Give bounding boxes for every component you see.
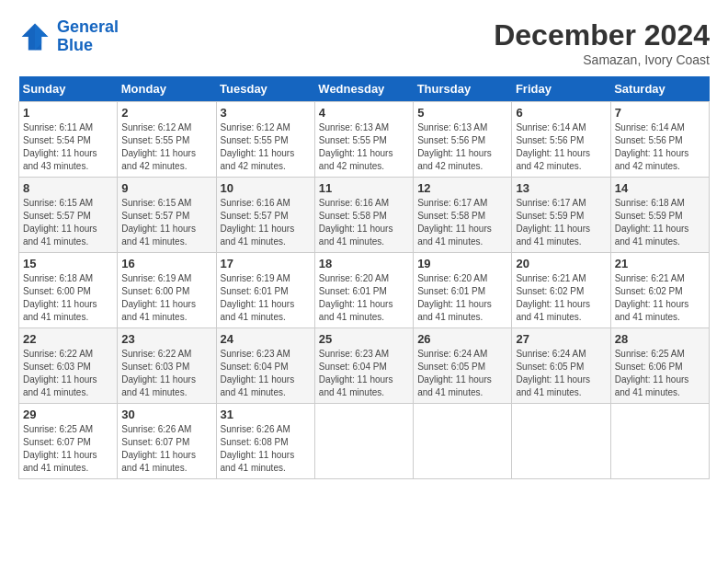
calendar-row: 8Sunrise: 6:15 AMSunset: 5:57 PMDaylight… <box>19 178 710 253</box>
calendar-cell: 1Sunrise: 6:11 AMSunset: 5:54 PMDaylight… <box>19 102 118 178</box>
calendar-cell: 13Sunrise: 6:17 AMSunset: 5:59 PMDayligh… <box>512 178 610 253</box>
day-info: Sunrise: 6:22 AMSunset: 6:03 PMDaylight:… <box>23 348 113 399</box>
logo-text: General Blue <box>57 18 119 55</box>
day-info: Sunrise: 6:26 AMSunset: 6:07 PMDaylight:… <box>121 423 211 475</box>
day-number: 20 <box>516 257 606 270</box>
day-info: Sunrise: 6:20 AMSunset: 6:01 PMDaylight:… <box>417 272 507 324</box>
day-number: 8 <box>23 181 113 195</box>
calendar-cell: 5Sunrise: 6:13 AMSunset: 5:56 PMDaylight… <box>414 102 512 178</box>
weekday-header: Saturday <box>610 76 709 102</box>
weekday-header-row: SundayMondayTuesdayWednesdayThursdayFrid… <box>19 76 710 102</box>
day-number: 12 <box>417 181 507 195</box>
location: Samazan, Ivory Coast <box>494 52 710 67</box>
day-info: Sunrise: 6:15 AMSunset: 5:57 PMDaylight:… <box>121 197 211 248</box>
day-info: Sunrise: 6:18 AMSunset: 5:59 PMDaylight:… <box>615 197 705 248</box>
day-info: Sunrise: 6:15 AMSunset: 5:57 PMDaylight:… <box>23 197 113 248</box>
day-info: Sunrise: 6:26 AMSunset: 6:08 PMDaylight:… <box>221 423 311 475</box>
calendar-cell: 3Sunrise: 6:12 AMSunset: 5:55 PMDaylight… <box>216 102 314 178</box>
calendar-cell: 23Sunrise: 6:22 AMSunset: 6:03 PMDayligh… <box>118 328 216 404</box>
day-info: Sunrise: 6:19 AMSunset: 6:01 PMDaylight:… <box>221 272 311 324</box>
day-info: Sunrise: 6:24 AMSunset: 6:05 PMDaylight:… <box>417 348 507 399</box>
calendar-cell <box>610 404 709 479</box>
day-info: Sunrise: 6:18 AMSunset: 6:00 PMDaylight:… <box>23 272 113 324</box>
day-number: 24 <box>221 332 311 346</box>
day-info: Sunrise: 6:19 AMSunset: 6:00 PMDaylight:… <box>121 272 211 324</box>
calendar-cell: 7Sunrise: 6:14 AMSunset: 5:56 PMDaylight… <box>610 102 709 178</box>
weekday-header: Sunday <box>19 76 118 102</box>
day-number: 21 <box>615 257 705 270</box>
calendar-cell: 21Sunrise: 6:21 AMSunset: 6:02 PMDayligh… <box>610 253 709 328</box>
day-number: 15 <box>23 257 113 270</box>
calendar-cell: 11Sunrise: 6:16 AMSunset: 5:58 PMDayligh… <box>314 178 413 253</box>
weekday-header: Tuesday <box>216 76 314 102</box>
calendar-cell: 19Sunrise: 6:20 AMSunset: 6:01 PMDayligh… <box>414 253 512 328</box>
day-number: 23 <box>121 332 211 346</box>
weekday-header: Wednesday <box>314 76 413 102</box>
calendar-row: 29Sunrise: 6:25 AMSunset: 6:07 PMDayligh… <box>19 404 710 479</box>
day-number: 30 <box>121 408 211 421</box>
day-number: 6 <box>516 106 606 120</box>
calendar-cell: 17Sunrise: 6:19 AMSunset: 6:01 PMDayligh… <box>216 253 314 328</box>
day-info: Sunrise: 6:16 AMSunset: 5:57 PMDaylight:… <box>221 197 311 248</box>
day-info: Sunrise: 6:23 AMSunset: 6:04 PMDaylight:… <box>319 348 409 399</box>
calendar-cell: 29Sunrise: 6:25 AMSunset: 6:07 PMDayligh… <box>19 404 118 479</box>
day-number: 25 <box>319 332 409 346</box>
day-info: Sunrise: 6:22 AMSunset: 6:03 PMDaylight:… <box>121 348 211 399</box>
calendar-cell: 20Sunrise: 6:21 AMSunset: 6:02 PMDayligh… <box>512 253 610 328</box>
day-info: Sunrise: 6:21 AMSunset: 6:02 PMDaylight:… <box>615 272 705 324</box>
day-number: 2 <box>121 106 211 120</box>
calendar-cell: 30Sunrise: 6:26 AMSunset: 6:07 PMDayligh… <box>118 404 216 479</box>
day-info: Sunrise: 6:16 AMSunset: 5:58 PMDaylight:… <box>319 197 409 248</box>
day-number: 29 <box>23 408 113 421</box>
day-info: Sunrise: 6:14 AMSunset: 5:56 PMDaylight:… <box>516 121 606 173</box>
day-number: 3 <box>221 106 311 120</box>
calendar-cell <box>512 404 610 479</box>
calendar-table: SundayMondayTuesdayWednesdayThursdayFrid… <box>18 76 710 479</box>
day-number: 27 <box>516 332 606 346</box>
day-info: Sunrise: 6:11 AMSunset: 5:54 PMDaylight:… <box>23 121 113 173</box>
calendar-cell: 22Sunrise: 6:22 AMSunset: 6:03 PMDayligh… <box>19 328 118 404</box>
calendar-cell: 31Sunrise: 6:26 AMSunset: 6:08 PMDayligh… <box>216 404 314 479</box>
day-info: Sunrise: 6:17 AMSunset: 5:59 PMDaylight:… <box>516 197 606 248</box>
day-number: 18 <box>319 257 409 270</box>
day-number: 26 <box>417 332 507 346</box>
calendar-row: 15Sunrise: 6:18 AMSunset: 6:00 PMDayligh… <box>19 253 710 328</box>
calendar-cell: 16Sunrise: 6:19 AMSunset: 6:00 PMDayligh… <box>118 253 216 328</box>
title-section: December 2024 Samazan, Ivory Coast <box>494 18 710 67</box>
calendar-cell: 25Sunrise: 6:23 AMSunset: 6:04 PMDayligh… <box>314 328 413 404</box>
calendar-cell: 2Sunrise: 6:12 AMSunset: 5:55 PMDaylight… <box>118 102 216 178</box>
calendar-cell: 24Sunrise: 6:23 AMSunset: 6:04 PMDayligh… <box>216 328 314 404</box>
weekday-header: Monday <box>118 76 216 102</box>
day-info: Sunrise: 6:25 AMSunset: 6:06 PMDaylight:… <box>615 348 705 399</box>
calendar-cell <box>314 404 413 479</box>
calendar-cell: 6Sunrise: 6:14 AMSunset: 5:56 PMDaylight… <box>512 102 610 178</box>
day-number: 31 <box>221 408 311 421</box>
day-number: 14 <box>615 181 705 195</box>
calendar-cell: 18Sunrise: 6:20 AMSunset: 6:01 PMDayligh… <box>314 253 413 328</box>
day-info: Sunrise: 6:13 AMSunset: 5:55 PMDaylight:… <box>319 121 409 173</box>
day-info: Sunrise: 6:12 AMSunset: 5:55 PMDaylight:… <box>221 121 311 173</box>
day-number: 11 <box>319 181 409 195</box>
month-title: December 2024 <box>494 18 710 52</box>
calendar-cell: 15Sunrise: 6:18 AMSunset: 6:00 PMDayligh… <box>19 253 118 328</box>
day-info: Sunrise: 6:14 AMSunset: 5:56 PMDaylight:… <box>615 121 705 173</box>
day-number: 1 <box>23 106 113 120</box>
calendar-cell: 8Sunrise: 6:15 AMSunset: 5:57 PMDaylight… <box>19 178 118 253</box>
day-info: Sunrise: 6:12 AMSunset: 5:55 PMDaylight:… <box>121 121 211 173</box>
calendar-cell: 9Sunrise: 6:15 AMSunset: 5:57 PMDaylight… <box>118 178 216 253</box>
day-number: 7 <box>615 106 705 120</box>
calendar-cell: 10Sunrise: 6:16 AMSunset: 5:57 PMDayligh… <box>216 178 314 253</box>
day-number: 5 <box>417 106 507 120</box>
day-info: Sunrise: 6:25 AMSunset: 6:07 PMDaylight:… <box>23 423 113 475</box>
calendar-cell: 12Sunrise: 6:17 AMSunset: 5:58 PMDayligh… <box>414 178 512 253</box>
logo-icon <box>18 20 51 53</box>
day-number: 28 <box>615 332 705 346</box>
weekday-header: Thursday <box>414 76 512 102</box>
calendar-cell: 27Sunrise: 6:24 AMSunset: 6:05 PMDayligh… <box>512 328 610 404</box>
day-number: 16 <box>121 257 211 270</box>
calendar-row: 1Sunrise: 6:11 AMSunset: 5:54 PMDaylight… <box>19 102 710 178</box>
day-number: 17 <box>221 257 311 270</box>
calendar-cell: 4Sunrise: 6:13 AMSunset: 5:55 PMDaylight… <box>314 102 413 178</box>
day-number: 9 <box>121 181 211 195</box>
day-number: 19 <box>417 257 507 270</box>
